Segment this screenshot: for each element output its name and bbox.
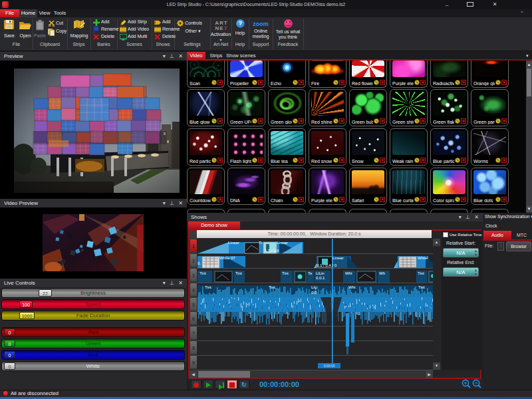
svg-text:0:00:00: 0:00:00 xyxy=(324,364,335,368)
